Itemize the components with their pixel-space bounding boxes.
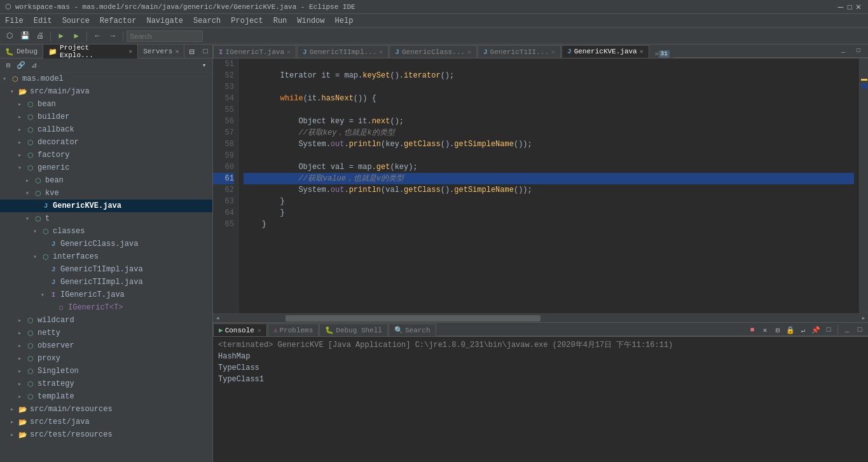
expand-arrow[interactable]: ▾	[25, 215, 33, 222]
menu-item-window[interactable]: Window	[292, 14, 329, 27]
tree-item-interfaces[interactable]: ▾ ⬡ interfaces	[0, 250, 212, 263]
menu-item-project[interactable]: Project	[226, 14, 268, 27]
filter-button[interactable]: ⊿	[28, 60, 39, 71]
menu-item-run[interactable]: Run	[268, 14, 293, 27]
console-stop-button[interactable]: ■	[747, 324, 758, 336]
console-scroll-lock-button[interactable]: 🔒	[785, 324, 796, 336]
back-button[interactable]: ←	[90, 29, 104, 43]
debug-button[interactable]: ▶	[54, 29, 68, 43]
close-button[interactable]: ✕	[854, 3, 863, 11]
tab-igeneric-t[interactable]: I IGenericT.java ✕	[213, 45, 296, 58]
editor-min-button[interactable]: _	[836, 43, 850, 57]
expand-arrow[interactable]: ▸	[18, 393, 25, 400]
expand-arrow[interactable]: ▸	[18, 151, 25, 159]
collapse-all-button[interactable]: ⊟	[3, 60, 14, 71]
scrollbar-track[interactable]	[222, 315, 859, 322]
tab-close[interactable]: ✕	[379, 48, 383, 56]
menu-item-help[interactable]: Help	[330, 14, 359, 27]
tree-item-template[interactable]: ▸ ⬡ template	[0, 390, 212, 403]
menu-item-source[interactable]: Source	[57, 14, 95, 27]
print-button[interactable]: 🖨	[33, 29, 47, 43]
tree-item-src-main-res[interactable]: ▸ 📂 src/main/resources	[0, 403, 212, 416]
expand-arrow[interactable]: ▸	[18, 329, 25, 337]
expand-arrow[interactable]: ▾	[41, 291, 48, 299]
run-button[interactable]: ▶	[69, 29, 83, 43]
save-button[interactable]: 💾	[18, 29, 32, 43]
tree-item-callback[interactable]: ▸ ⬡ callback	[0, 123, 212, 136]
tree-item-igeneric-t-interface[interactable]: ▸ ◯ IGenericT<T>	[0, 301, 212, 314]
menu-item-search[interactable]: Search	[188, 14, 226, 27]
expand-arrow[interactable]: ▾	[33, 253, 41, 261]
tab-generic-ti-impl[interactable]: J GenericTIImpl... ✕	[297, 45, 389, 58]
tab-generic-class[interactable]: J GenericClass... ✕	[389, 45, 477, 58]
tab-close[interactable]: ✕	[287, 48, 291, 56]
console-clear-button[interactable]: ⊟	[772, 324, 783, 336]
tree-item-generic-kve-file[interactable]: ▸ J GenericKVE.java	[0, 200, 212, 212]
expand-arrow[interactable]: ▸	[18, 126, 25, 133]
expand-arrow[interactable]: ▾	[33, 228, 41, 235]
tabs-overflow[interactable]: » 31	[651, 50, 673, 58]
search-input[interactable]	[127, 31, 203, 42]
expand-arrow[interactable]: ▸	[18, 380, 25, 388]
new-button[interactable]: ⬡	[3, 29, 17, 43]
expand-arrow[interactable]: ▾	[18, 164, 25, 172]
tree-item-decorator[interactable]: ▸ ⬡ decorator	[0, 136, 212, 149]
tree-item-classes[interactable]: ▾ ⬡ classes	[0, 225, 212, 238]
servers-tab[interactable]: Servers ✕	[138, 44, 184, 58]
debug-tab[interactable]: 🐛 Debug	[0, 44, 43, 58]
panel-min-button[interactable]: _	[841, 324, 853, 336]
expand-arrow[interactable]: ▸	[25, 177, 33, 184]
tree-item-kve[interactable]: ▾ ⬡ kve	[0, 187, 212, 200]
tree-item-netty[interactable]: ▸ ⬡ netty	[0, 327, 212, 339]
scroll-right-button[interactable]: ▸	[859, 314, 868, 323]
expand-arrow[interactable]: ▸	[18, 316, 25, 324]
search-tab[interactable]: 🔍 Search	[389, 323, 436, 336]
tree-item-generic-class[interactable]: ▸ J GenericClass.java	[0, 238, 212, 250]
console-tab[interactable]: ▶ Console ✕	[213, 323, 267, 336]
console-pin-button[interactable]: 📌	[810, 324, 822, 336]
view-menu-button[interactable]: ▾	[198, 60, 210, 71]
servers-close[interactable]: ✕	[175, 48, 179, 55]
tree-item-builder[interactable]: ▸ ⬡ builder	[0, 111, 212, 123]
tree-item-generic-t1-impl[interactable]: ▸ J GenericT1Impl.java	[0, 263, 212, 276]
code-content[interactable]: Iterator it = map.keySet().iterator(); w…	[238, 58, 859, 313]
tree-item-strategy[interactable]: ▸ ⬡ strategy	[0, 377, 212, 390]
project-explorer-close[interactable]: ✕	[128, 48, 132, 55]
tab-generic-t1-impl[interactable]: J GenericT1II... ✕	[478, 45, 561, 58]
tree-item-wildcard[interactable]: ▸ ⬡ wildcard	[0, 314, 212, 327]
tree-item-bean[interactable]: ▸ ⬡ bean	[0, 98, 212, 111]
menu-item-refactor[interactable]: Refactor	[95, 14, 142, 27]
expand-arrow[interactable]: ▸	[18, 100, 25, 108]
minimize-button[interactable]: —	[836, 3, 845, 11]
tree-item-generic[interactable]: ▾ ⬡ generic	[0, 161, 212, 174]
console-word-wrap-button[interactable]: ↵	[797, 324, 809, 336]
project-explorer-tab[interactable]: 📁 Project Explo... ✕	[43, 44, 138, 58]
console-new-window-button[interactable]: □	[823, 324, 834, 336]
scrollbar-thumb[interactable]	[286, 315, 541, 322]
tree-item-mas-model[interactable]: ▾ ⬡ mas.model	[0, 72, 212, 85]
expand-arrow[interactable]: ▸	[10, 431, 18, 438]
panel-menu-button[interactable]: ⊟	[184, 44, 198, 58]
tree-item-t[interactable]: ▾ ⬡ t	[0, 212, 212, 225]
forward-button[interactable]: →	[106, 29, 120, 43]
tree-item-singleton[interactable]: ▸ ⬡ Singleton	[0, 365, 212, 377]
tree-item-src-test-java[interactable]: ▸ 📂 src/test/java	[0, 416, 212, 428]
expand-arrow[interactable]: ▸	[10, 405, 18, 413]
panel-max-button[interactable]: □	[854, 324, 865, 336]
tree-item-src-test-res[interactable]: ▸ 📂 src/test/resources	[0, 428, 212, 441]
tree-item-proxy[interactable]: ▸ ⬡ proxy	[0, 352, 212, 365]
code-editor[interactable]: 51 52 53 54 55 56 57 58 59 60 61 62 63 6…	[213, 58, 868, 313]
scroll-left-button[interactable]: ◂	[213, 314, 222, 323]
expand-arrow[interactable]: ▸	[18, 139, 25, 146]
debug-shell-tab[interactable]: 🐛 Debug Shell	[319, 323, 388, 336]
menu-item-navigate[interactable]: Navigate	[141, 14, 188, 27]
tree-item-generic-ti-impl[interactable]: ▸ J GenericTIImpl.java	[0, 276, 212, 289]
expand-arrow[interactable]: ▾	[25, 189, 33, 197]
tree-item-generic-bean[interactable]: ▸ ⬡ bean	[0, 174, 212, 187]
link-editor-button[interactable]: 🔗	[15, 60, 27, 71]
panel-max-button[interactable]: □	[198, 44, 212, 58]
tab-close[interactable]: ✕	[640, 48, 644, 55]
problems-tab[interactable]: ⚠ Problems	[268, 323, 319, 336]
console-tab-close[interactable]: ✕	[258, 327, 261, 334]
console-close-button[interactable]: ✕	[759, 324, 771, 336]
